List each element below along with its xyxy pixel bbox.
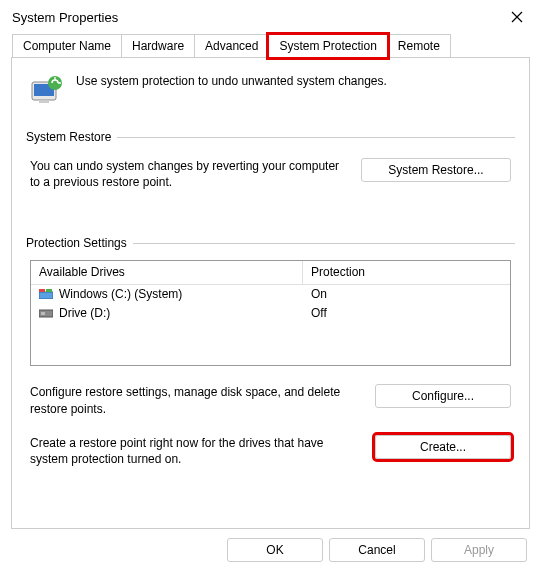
- close-icon: [511, 11, 523, 23]
- tab-hardware[interactable]: Hardware: [121, 34, 195, 58]
- drive-name: Windows (C:) (System): [59, 287, 182, 301]
- system-protection-icon: [30, 74, 64, 108]
- table-row[interactable]: Drive (D:) Off: [31, 304, 510, 323]
- intro-row: Use system protection to undo unwanted s…: [26, 74, 515, 108]
- svg-rect-4: [39, 292, 53, 299]
- highlight-box: Create...: [375, 435, 511, 459]
- configure-desc: Configure restore settings, manage disk …: [30, 384, 361, 416]
- create-row: Create a restore point right now for the…: [30, 435, 511, 467]
- svg-rect-2: [39, 100, 49, 103]
- tab-remote[interactable]: Remote: [387, 34, 451, 58]
- svg-rect-5: [39, 289, 45, 292]
- col-available-drives[interactable]: Available Drives: [31, 261, 303, 285]
- drive-icon: [39, 308, 53, 318]
- windows-drive-icon: [39, 289, 53, 299]
- cancel-button[interactable]: Cancel: [329, 538, 425, 562]
- divider: [133, 243, 515, 244]
- group-protection-settings: Protection Settings: [26, 236, 515, 250]
- dialog-footer: OK Cancel Apply: [0, 538, 541, 564]
- table-header: Available Drives Protection: [31, 261, 510, 285]
- tab-system-protection[interactable]: System Protection: [268, 34, 387, 58]
- system-restore-button[interactable]: System Restore...: [361, 158, 511, 182]
- drive-state: Off: [303, 304, 510, 323]
- apply-button: Apply: [431, 538, 527, 562]
- create-button[interactable]: Create...: [375, 435, 511, 459]
- svg-rect-8: [41, 312, 45, 315]
- col-protection[interactable]: Protection: [303, 261, 510, 285]
- tab-strip: Computer Name Hardware Advanced System P…: [0, 34, 541, 58]
- drive-state: On: [303, 285, 510, 304]
- divider: [117, 137, 515, 138]
- close-button[interactable]: [497, 2, 537, 32]
- tab-advanced[interactable]: Advanced: [194, 34, 269, 58]
- drive-name: Drive (D:): [59, 306, 110, 320]
- window-title: System Properties: [12, 10, 118, 25]
- group-system-restore: System Restore: [26, 130, 515, 144]
- tab-computer-name[interactable]: Computer Name: [12, 34, 122, 58]
- title-bar: System Properties: [0, 0, 541, 34]
- tab-panel: Use system protection to undo unwanted s…: [11, 57, 530, 529]
- intro-text: Use system protection to undo unwanted s…: [76, 74, 387, 88]
- ok-button[interactable]: OK: [227, 538, 323, 562]
- group-title-label: System Restore: [26, 130, 111, 144]
- table-row[interactable]: Windows (C:) (System) On: [31, 285, 510, 304]
- configure-row: Configure restore settings, manage disk …: [30, 384, 511, 416]
- system-restore-desc: You can undo system changes by reverting…: [30, 158, 347, 190]
- drives-table: Available Drives Protection Windows (C:)…: [30, 260, 511, 366]
- create-desc: Create a restore point right now for the…: [30, 435, 361, 467]
- group-title-label: Protection Settings: [26, 236, 127, 250]
- configure-button[interactable]: Configure...: [375, 384, 511, 408]
- svg-rect-6: [46, 289, 52, 292]
- system-restore-row: You can undo system changes by reverting…: [30, 158, 511, 190]
